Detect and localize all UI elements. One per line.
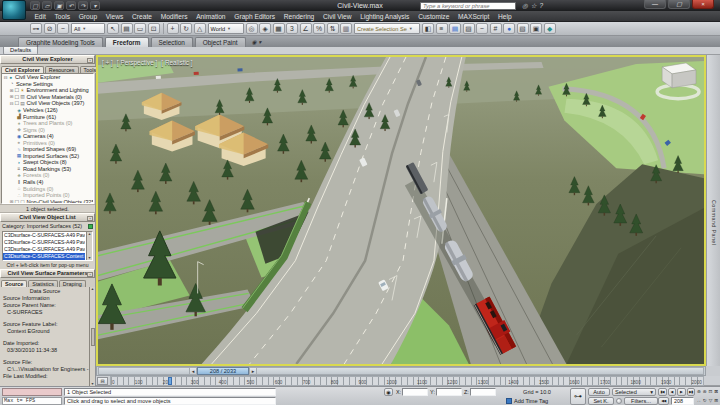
search-input[interactable] [420, 2, 516, 10]
help-icon[interactable]: ? [540, 1, 544, 10]
select-by-name-icon[interactable]: ▤ [121, 23, 133, 34]
material-editor-icon[interactable]: ● [503, 23, 515, 34]
menu-item[interactable]: Graph Editors [230, 13, 279, 20]
go-to-end-button[interactable]: ▶▮ [687, 388, 696, 396]
mini-curve-editor-button[interactable]: ⊟ [97, 377, 108, 385]
coordinate-field[interactable] [436, 388, 462, 396]
maxscript-mini-listener[interactable]: Max t= FPS [2, 397, 62, 405]
rectangular-selection-icon[interactable]: ▭ [134, 23, 146, 34]
create-selection-set-dropdown[interactable]: Create Selection Se▼ [354, 23, 420, 34]
key-set-dropdown[interactable]: Selected ▾ [612, 388, 656, 396]
select-object-icon[interactable]: ↖ [107, 23, 119, 34]
menu-item[interactable]: Rendering [279, 13, 318, 20]
angle-snap-icon[interactable]: ∠ [300, 23, 312, 34]
graphite-toggle-icon[interactable]: ▨ [463, 23, 475, 34]
surface-params-tab[interactable]: Source [1, 280, 27, 288]
viewport-pov-menu[interactable]: [ Perspective ] [117, 59, 158, 66]
key-point-icon[interactable] [616, 398, 622, 404]
play-button[interactable]: ▶ [677, 388, 686, 396]
keyboard-override-icon[interactable]: ▦ [273, 23, 285, 34]
render-setup-icon[interactable]: ▧ [517, 23, 529, 34]
minimize-button[interactable]: — [644, 0, 666, 9]
ribbon-tab[interactable]: Graphite Modeling Tools [18, 37, 103, 47]
surface-params-tab[interactable]: Draping [59, 280, 86, 288]
coordinate-field[interactable] [470, 388, 496, 396]
command-panel-strip[interactable]: Command Panel [706, 55, 720, 366]
bind-to-space-warp-icon[interactable]: ~ [57, 23, 69, 34]
tree-item[interactable]: ⊞ ☐ ☀ Environment and Lighting [2, 87, 93, 94]
listbox-scrollbar[interactable]: ▲ ▼ [86, 232, 92, 260]
menu-item[interactable]: Edit [30, 13, 50, 20]
menu-item[interactable]: Animation [192, 13, 230, 20]
track-bar-ruler[interactable]: 0100200300400500600700800900100011001200… [110, 376, 704, 386]
viewport-3d[interactable]: [ + ] [ Perspective ] [ Realistic ] [96, 55, 706, 366]
selection-lock-toggle[interactable]: ◉ [384, 388, 393, 396]
select-and-manipulate-icon[interactable]: ◈ [259, 23, 271, 34]
named-selection-sets-icon[interactable]: ▥ [340, 23, 352, 34]
current-frame-field[interactable]: 208 [671, 397, 694, 405]
close-button[interactable]: × [692, 0, 714, 9]
window-crossing-icon[interactable]: ⊡ [148, 23, 160, 34]
communication-center-icon[interactable]: ◎ [522, 1, 528, 10]
rendered-frame-icon[interactable]: ▣ [530, 23, 542, 34]
menu-item[interactable]: Lighting Analysis [356, 13, 414, 20]
snap-toggle-icon[interactable]: 3 [286, 23, 298, 34]
render-production-icon[interactable]: ◆ [544, 23, 556, 34]
ribbon-config-icon[interactable]: ◉ [252, 39, 257, 45]
ribbon-minimize-icon[interactable]: ▾ [258, 39, 261, 45]
surface-params-panel-header[interactable]: Civil View Surface Parameters ▪ [0, 269, 95, 278]
macro-recorder-field[interactable] [2, 388, 62, 396]
viewport-plus-menu[interactable]: [ + ] [102, 59, 113, 66]
restore-button[interactable]: ▢ [668, 0, 690, 9]
rollup-icon[interactable]: ▪ [87, 216, 93, 222]
ribbon-tab[interactable]: Selection [151, 37, 193, 47]
unlink-selection-icon[interactable]: ⊘ [44, 23, 56, 34]
key-filters-button[interactable]: Filters... [624, 397, 658, 405]
add-time-tag[interactable]: Add Time Tag [506, 398, 548, 404]
mirror-icon[interactable]: ◧ [422, 23, 434, 34]
list-item[interactable]: C3Dsurface-C-SURFACES-A49 PavedGdar [3, 232, 85, 239]
use-pivot-center-icon[interactable]: ◎ [246, 23, 258, 34]
explorer-panel-header[interactable]: Civil View Explorer ▪ [0, 55, 95, 64]
surface-params-tab[interactable]: Statistics [28, 280, 58, 288]
selection-filter-dropdown[interactable]: All▼ [71, 23, 105, 34]
menu-item[interactable]: Group [74, 13, 101, 20]
ribbon-tab[interactable]: Object Paint [195, 37, 246, 47]
ribbon-tab[interactable]: Freeform [105, 37, 149, 47]
coordinate-field[interactable] [402, 388, 428, 396]
menu-item[interactable]: Civil View [319, 13, 356, 20]
tab-defaults[interactable]: Defaults [3, 47, 38, 55]
time-slider-handle[interactable]: 208 / 2033 [197, 367, 249, 375]
time-slider-track[interactable]: ◄ 208 / 2033 ► [98, 367, 704, 375]
previous-frame-arrow[interactable]: ◄ [189, 367, 197, 375]
rollup-icon[interactable]: ▪ [87, 272, 93, 278]
menu-item[interactable]: Customize [414, 13, 454, 20]
set-key-button[interactable]: Set K. [588, 397, 614, 405]
list-item[interactable]: C3Dsurface-C-SURFACES-A49 PavedGdar [3, 239, 85, 246]
time-slider[interactable]: ◄ 208 / 2033 ► [96, 366, 706, 376]
set-keys-button[interactable]: ⊶ [570, 388, 586, 405]
category-color-swatch[interactable] [88, 224, 93, 229]
tree-item[interactable]: ⊞ ☐ ▨ Civil View Materials (0) [2, 94, 93, 101]
scroll-up-icon[interactable]: ▲ [88, 232, 91, 236]
next-frame-arrow[interactable]: ► [249, 367, 257, 375]
key-mode-toggle[interactable]: ◀◀ [658, 397, 669, 405]
current-frame-marker[interactable] [168, 377, 172, 385]
rollup-icon[interactable]: ▪ [87, 58, 93, 64]
viewport-shading-menu[interactable]: [ Realistic ] [161, 59, 192, 66]
percent-snap-icon[interactable]: % [313, 23, 325, 34]
curve-editor-icon[interactable]: ~ [476, 23, 488, 34]
auto-key-button[interactable]: Auto [588, 388, 610, 396]
scrollbar-thumb[interactable] [91, 328, 95, 346]
select-and-link-icon[interactable]: ⊶ [30, 23, 42, 34]
maximize-viewport-icon[interactable]: ⊞ [713, 397, 719, 405]
spinner-snap-icon[interactable]: ⇅ [327, 23, 339, 34]
layer-manager-icon[interactable]: ▤ [449, 23, 461, 34]
3dsmax-application-button[interactable] [2, 0, 26, 20]
go-to-start-button[interactable]: ▮◀ [658, 388, 667, 396]
scroll-up-icon[interactable]: ▲ [91, 287, 94, 291]
menu-item[interactable]: Views [101, 13, 127, 20]
explorer-tab[interactable]: Civil Explorer [1, 66, 44, 74]
menu-item[interactable]: Modifiers [156, 13, 192, 20]
previous-frame-button[interactable]: ◀ [668, 388, 677, 396]
